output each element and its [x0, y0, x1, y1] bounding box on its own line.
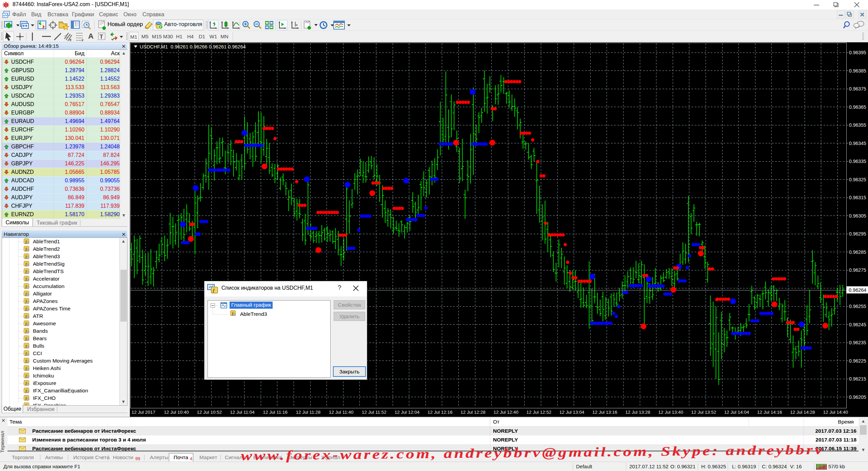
svg-text:12 Jul 11:28: 12 Jul 11:28 — [296, 410, 321, 415]
svg-text:0.96245: 0.96245 — [849, 322, 866, 327]
svg-text:0.96345: 0.96345 — [849, 141, 866, 146]
svg-text:0.96315: 0.96315 — [849, 195, 866, 200]
svg-text:0.96295: 0.96295 — [849, 231, 866, 237]
svg-text:0.96355: 0.96355 — [849, 122, 866, 128]
svg-text:12 Jul 13:40: 12 Jul 13:40 — [658, 410, 683, 415]
svg-text:12 Jul 10:52: 12 Jul 10:52 — [197, 410, 222, 415]
svg-text:0.96215: 0.96215 — [849, 376, 866, 382]
svg-text:0.96264: 0.96264 — [849, 287, 866, 293]
svg-text:12 Jul 12:04: 12 Jul 12:04 — [395, 410, 420, 415]
svg-text:12 Jul 12:52: 12 Jul 12:52 — [527, 410, 552, 415]
svg-text:12 Jul 14:16: 12 Jul 14:16 — [757, 410, 782, 415]
svg-text:12 Jul 14:28: 12 Jul 14:28 — [790, 410, 815, 415]
svg-text:0.96225: 0.96225 — [849, 358, 866, 364]
svg-text:12 Jul 12:28: 12 Jul 12:28 — [460, 410, 486, 415]
svg-text:12 Jul 13:04: 12 Jul 13:04 — [559, 410, 585, 415]
svg-text:T: T — [100, 34, 103, 40]
svg-text:0.96325: 0.96325 — [849, 177, 866, 182]
svg-text:12 Jul 13:52: 12 Jul 13:52 — [691, 410, 716, 415]
svg-text:12 Jul 13:28: 12 Jul 13:28 — [625, 410, 650, 415]
svg-text:12 Jul 2017: 12 Jul 2017 — [132, 410, 155, 415]
svg-text:12 Jul 12:16: 12 Jul 12:16 — [428, 410, 453, 415]
svg-text:0.96365: 0.96365 — [849, 104, 866, 110]
svg-text:E: E — [70, 38, 72, 41]
svg-text:0.96385: 0.96385 — [849, 68, 866, 74]
svg-text:12 Jul 13:16: 12 Jul 13:16 — [592, 410, 617, 415]
svg-text:0.96375: 0.96375 — [849, 86, 866, 91]
svg-text:12 Jul 14:04: 12 Jul 14:04 — [724, 410, 749, 415]
svg-text:12 Jul 11:16: 12 Jul 11:16 — [263, 410, 288, 415]
svg-text:0.96255: 0.96255 — [849, 304, 866, 309]
svg-text:12 Jul 11:04: 12 Jul 11:04 — [230, 410, 255, 415]
svg-text:12 Jul 11:40: 12 Jul 11:40 — [329, 410, 354, 415]
svg-text:12 Jul 10:40: 12 Jul 10:40 — [164, 410, 189, 415]
svg-text:12 Jul 12:40: 12 Jul 12:40 — [493, 410, 518, 415]
svg-text:0.96335: 0.96335 — [849, 159, 866, 164]
svg-text:0.96305: 0.96305 — [849, 213, 866, 219]
svg-text:12 Jul 14:40: 12 Jul 14:40 — [823, 410, 848, 415]
svg-text:F: F — [82, 39, 84, 41]
svg-text:0.96275: 0.96275 — [849, 267, 866, 273]
svg-text:0.96285: 0.96285 — [849, 249, 866, 255]
svg-text:12 Jul 11:52: 12 Jul 11:52 — [362, 410, 387, 415]
svg-text:0.96205: 0.96205 — [849, 394, 866, 400]
svg-text:0.96395: 0.96395 — [849, 50, 866, 55]
svg-text:0.96235: 0.96235 — [849, 340, 866, 345]
svg-text:USDCHF,M1 0.96261 0.96266 0.9: USDCHF,M1 0.96261 0.96266 0.96261 0.9626… — [140, 44, 246, 49]
